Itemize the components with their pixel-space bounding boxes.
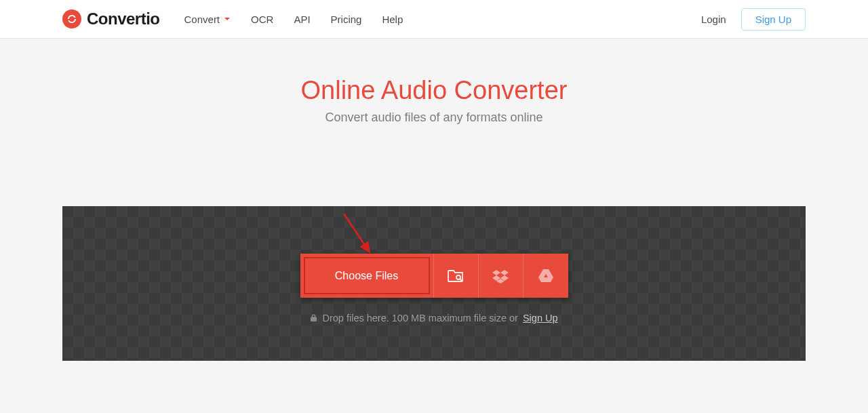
from-device-button[interactable] — [434, 254, 479, 298]
nav-convert[interactable]: Convert — [184, 14, 231, 25]
google-drive-icon — [538, 269, 553, 283]
brand-name: Convertio — [87, 9, 160, 28]
drop-note-signup-link[interactable]: Sign Up — [523, 313, 558, 323]
nav-ocr[interactable]: OCR — [251, 14, 273, 25]
nav-convert-label: Convert — [184, 14, 220, 25]
upload-panel-container: Choose Files — [62, 206, 806, 361]
hero: Online Audio Converter Convert audio fil… — [0, 39, 868, 125]
folder-search-icon — [448, 269, 464, 283]
page-title: Online Audio Converter — [0, 76, 868, 105]
login-link[interactable]: Login — [701, 14, 726, 25]
signup-button[interactable]: Sign Up — [741, 8, 806, 31]
primary-nav: Convert OCR API Pricing Help — [184, 14, 403, 25]
page-subtitle: Convert audio files of any formats onlin… — [0, 111, 868, 125]
svg-line-2 — [460, 279, 462, 281]
drop-note: Drop files here. 100 MB maximum file siz… — [310, 313, 557, 323]
nav-help[interactable]: Help — [382, 14, 403, 25]
dropzone[interactable]: Choose Files — [62, 206, 806, 361]
dropbox-icon — [492, 269, 509, 283]
upload-strip: Choose Files — [300, 254, 568, 298]
chevron-down-icon — [224, 16, 231, 22]
nav-pricing[interactable]: Pricing — [331, 14, 362, 25]
top-navbar: Convertio Convert OCR API Pricing Help L… — [0, 0, 868, 39]
from-google-drive-button[interactable] — [524, 254, 568, 298]
lock-icon — [310, 313, 317, 323]
auth-area: Login Sign Up — [701, 8, 806, 31]
choose-files-button[interactable]: Choose Files — [300, 254, 434, 298]
convertio-logo-icon — [62, 9, 81, 28]
brand[interactable]: Convertio — [62, 9, 160, 28]
choose-files-label: Choose Files — [335, 270, 398, 282]
from-dropbox-button[interactable] — [479, 254, 524, 298]
nav-api[interactable]: API — [294, 14, 310, 25]
svg-point-1 — [456, 275, 460, 279]
drop-note-text: Drop files here. 100 MB maximum file siz… — [322, 313, 518, 323]
